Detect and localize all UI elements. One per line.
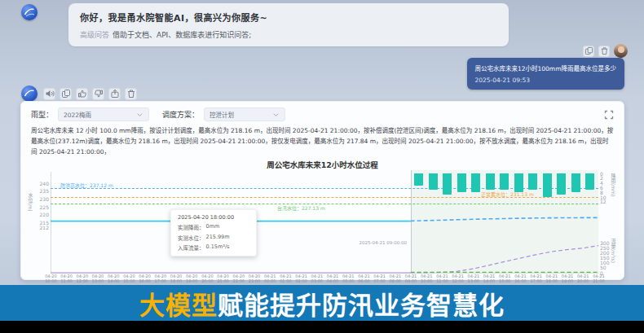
- x-axis-label: 04-2114:00: [481, 274, 497, 283]
- plan-label: 调度方案：: [162, 109, 199, 120]
- x-axis-label: 04-2105:00: [340, 274, 356, 283]
- level-axis-tick: 230: [33, 196, 49, 202]
- ai-logo-icon: [23, 6, 36, 19]
- rain-axis-tick: 12: [600, 199, 618, 204]
- banner-highlight: 大模型: [139, 285, 218, 322]
- export-button[interactable]: [108, 88, 121, 100]
- rain-bar: [443, 173, 452, 195]
- bottom-black-bar: [0, 321, 644, 333]
- x-axis-label: 04-2117:00: [528, 274, 545, 283]
- x-axis-label: 04-2011:00: [59, 274, 75, 283]
- thumbs-down-icon: [94, 89, 104, 99]
- rain-bar: [500, 173, 509, 190]
- rain-type-value: 2022梅雨: [64, 110, 91, 119]
- x-axis-label: 04-2102:00: [293, 274, 310, 283]
- x-axis-label: 04-2013:00: [90, 274, 106, 283]
- x-axis-label: 04-2110:00: [418, 274, 434, 283]
- x-axis-label: 04-2120:00: [575, 274, 591, 283]
- answer-panel: 雨型： 2022梅雨 调度方案： 控泄计划 周公宅水库未来 12 小时 100.: [20, 101, 624, 280]
- delete-button[interactable]: [598, 46, 610, 57]
- level-axis-tick: 240: [33, 181, 49, 186]
- user-question: 周公宅水库未来12小时100mm降雨最高水位是多少: [475, 64, 616, 72]
- user-message-time: 2025-04-21 09:53: [475, 77, 616, 84]
- chevron-down-icon: [272, 112, 280, 118]
- forecast-divider-line: [411, 170, 412, 273]
- ai-greeting-title: 你好，我是甬水院智能AI，很高兴为你服务~: [80, 11, 497, 24]
- x-axis-label: 04-2119:00: [559, 274, 576, 283]
- x-axis-label: 04-2023:00: [246, 274, 262, 283]
- reference-line-label: 防洪高水位：237.12 m: [60, 182, 113, 189]
- x-axis-label: 04-2021:00: [215, 274, 232, 283]
- x-axis-label: 04-2115:00: [496, 274, 513, 283]
- ai-greeting-bubble: 你好，我是甬水院智能AI，很高兴为你服务~ 高级问答借助于文档、API、数据库表…: [68, 3, 509, 46]
- ai-logo-icon: [23, 87, 36, 100]
- x-axis-label: 04-2112:00: [450, 274, 466, 283]
- tooltip-label: 实测水位：: [178, 234, 205, 242]
- copy-icon: [61, 89, 71, 99]
- x-axis-label: 04-2016:00: [137, 274, 153, 283]
- user-message-actions: [583, 44, 628, 58]
- x-axis-label: 04-2116:00: [512, 274, 528, 283]
- rain-bar: [414, 173, 423, 186]
- tooltip-time: 2025-04-20 18:00:00: [178, 214, 249, 221]
- rain-bar: [585, 173, 594, 190]
- copy-button[interactable]: [60, 88, 72, 100]
- x-axis-label: 04-2020:00: [199, 274, 215, 283]
- x-axis-label: 04-2010:00: [42, 274, 59, 283]
- fullscreen-icon: [604, 110, 614, 120]
- x-axis-label: 04-2022:00: [231, 274, 247, 283]
- x-axis-label: 04-2121:00: [590, 274, 607, 283]
- ai-avatar: [21, 4, 37, 20]
- level-axis-tick: 225: [33, 204, 49, 210]
- read-aloud-button[interactable]: [43, 88, 55, 100]
- reference-line-label: 正常蓄水位：231.13 m: [481, 191, 534, 198]
- rain-bar: [528, 173, 537, 190]
- ai-answer-actions: [21, 85, 137, 102]
- rain-type-label: 雨型：: [31, 109, 53, 120]
- slogan-banner: 大模型赋能提升防汛业务智慧化: [0, 285, 644, 321]
- thumbs-up-button[interactable]: [76, 88, 88, 100]
- x-axis-label: 04-2108:00: [387, 274, 404, 283]
- tooltip-label: 入库流量：: [178, 243, 205, 252]
- x-axis-label: 04-2106:00: [355, 274, 372, 283]
- level-axis-tick: 220: [33, 212, 49, 217]
- x-axis-label: 04-2118:00: [544, 274, 560, 283]
- delete-button[interactable]: [125, 88, 137, 100]
- trash-icon: [600, 46, 609, 55]
- x-axis-label: 04-2113:00: [465, 274, 482, 283]
- screen: 你好，我是甬水院智能AI，很高兴为你服务~ 高级问答借助于文档、API、数据库表…: [0, 0, 644, 333]
- rain-bar: [543, 173, 552, 197]
- rain-bar: [457, 173, 466, 192]
- x-axis-label: 04-2017:00: [152, 274, 169, 283]
- qa-mode-tag: 高级问答: [80, 31, 109, 39]
- thumbs-down-button[interactable]: [92, 88, 104, 100]
- x-axis-label: 04-2109:00: [403, 274, 419, 283]
- tooltip-value: 215.99m: [206, 234, 230, 242]
- rain-type-select[interactable]: 2022梅雨: [58, 107, 149, 121]
- chart-controls: 雨型： 2022梅雨 调度方案： 控泄计划: [21, 102, 624, 125]
- level-axis-tick: 212: [33, 225, 49, 230]
- rain-bar: [557, 173, 566, 195]
- chart-tooltip: 2025-04-20 18:00:00 实测降雨：0mm 实测水位：215.99…: [170, 209, 257, 256]
- tooltip-label: 实测降雨：: [178, 223, 205, 231]
- fullscreen-button[interactable]: [604, 110, 614, 120]
- chevron-down-icon: [136, 112, 143, 118]
- forecast-summary: 周公宅水库未来 12 小时 100.0 mm降雨，按设计计划调度，最高水位为 2…: [31, 125, 614, 157]
- x-axis-label: 04-2019:00: [183, 274, 200, 283]
- x-axis-label: 04-2015:00: [121, 274, 137, 283]
- plan-select[interactable]: 控泄计划: [204, 107, 285, 121]
- x-axis-label: 04-2012:00: [74, 274, 90, 283]
- tooltip-value: 0mm: [206, 223, 220, 231]
- tooltip-value: 0.15m³/s: [206, 243, 230, 252]
- x-axis-label: 04-2111:00: [434, 274, 450, 283]
- forecast-start-time: 2025-04-21 09:00:00: [359, 240, 407, 245]
- copy-icon: [584, 46, 593, 55]
- x-axis-label: 04-2101:00: [277, 274, 293, 283]
- rain-bar: [514, 173, 523, 192]
- rain-bar: [471, 173, 480, 192]
- rain-bar: [571, 173, 580, 192]
- rain-bar: [486, 173, 495, 190]
- copy-button[interactable]: [583, 46, 594, 57]
- ai-avatar: [21, 85, 37, 102]
- user-avatar: [614, 44, 628, 58]
